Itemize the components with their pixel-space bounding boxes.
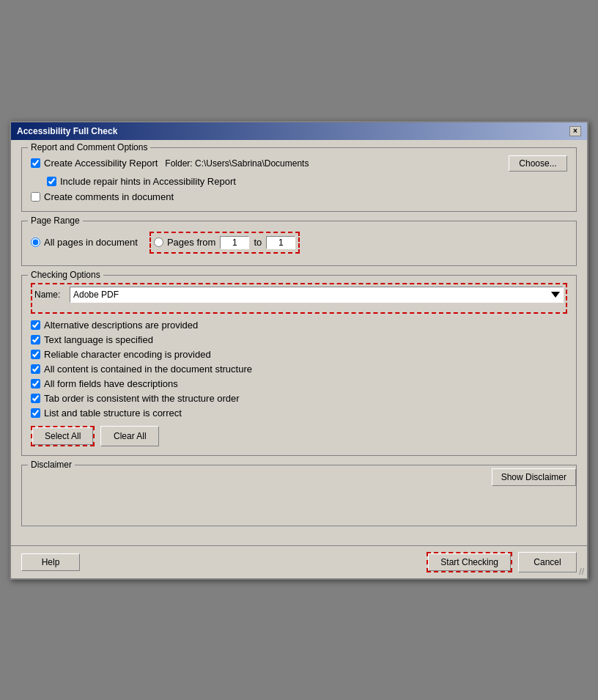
select-all-dashed: Select All	[31, 426, 95, 446]
check-text-lang[interactable]	[31, 335, 40, 345]
pages-from-text: Pages from	[167, 237, 215, 248]
include-hints-row: Include repair hints in Accessibility Re…	[47, 176, 567, 187]
check-text-lang-label: Text language is specified	[44, 334, 153, 345]
clear-all-button[interactable]: Clear All	[100, 426, 159, 446]
include-hints-checkbox-label[interactable]: Include repair hints in Accessibility Re…	[47, 176, 236, 187]
close-button[interactable]: ×	[569, 126, 581, 136]
pages-from-input[interactable]	[220, 236, 249, 249]
check-item-4[interactable]: All content is contained in the document…	[31, 364, 567, 375]
page-range-group: Page Range All pages in document Pages f…	[21, 221, 577, 266]
report-options-group: Report and Comment Options Create Access…	[21, 147, 577, 212]
disclaimer-label: Disclaimer	[28, 460, 75, 470]
create-report-checkbox-label[interactable]: Create Accessibility Report	[31, 158, 158, 169]
check-alt-desc[interactable]	[31, 320, 40, 330]
dialog-content: Report and Comment Options Create Access…	[11, 140, 587, 545]
disclaimer-group: Disclaimer Show Disclaimer	[21, 465, 577, 526]
check-content-struct-label: All content is contained in the document…	[44, 364, 252, 375]
check-tab-order[interactable]	[31, 394, 40, 403]
checking-options-group: Checking Options Name: Adobe PDF Alterna…	[21, 275, 577, 456]
bottom-buttons-bar: Help Start Checking Cancel	[11, 545, 587, 578]
pages-from-section: Pages from to	[150, 232, 300, 254]
folder-path: Folder: C:\Users\Sabrina\Documents	[165, 158, 309, 169]
checking-options-label: Checking Options	[28, 270, 103, 280]
title-bar: Accessibility Full Check ×	[11, 122, 587, 140]
checks-list: Alternative descriptions are provided Te…	[31, 320, 567, 419]
select-all-button[interactable]: Select All	[32, 427, 93, 445]
help-button[interactable]: Help	[21, 553, 80, 571]
pages-to-input[interactable]	[266, 236, 295, 249]
check-list-table-label: List and table structure is correct	[44, 408, 182, 419]
page-range-row: All pages in document Pages from to	[31, 229, 567, 257]
check-alt-desc-label: Alternative descriptions are provided	[44, 320, 198, 331]
report-options-label: Report and Comment Options	[28, 142, 150, 152]
include-hints-text: Include repair hints in Accessibility Re…	[60, 176, 236, 187]
create-comments-checkbox-label[interactable]: Create comments in document	[31, 191, 174, 202]
check-buttons-row: Select All Clear All	[31, 426, 567, 446]
resize-handle: //	[579, 567, 584, 577]
pages-from-radio[interactable]	[154, 237, 163, 247]
pages-to-text: to	[254, 237, 262, 248]
create-report-checkbox[interactable]	[31, 158, 40, 168]
choose-button[interactable]: Choose...	[509, 155, 567, 172]
create-comments-row: Create comments in document	[31, 191, 567, 202]
check-item-6[interactable]: Tab order is consistent with the structu…	[31, 393, 567, 404]
create-report-text: Create Accessibility Report	[44, 158, 158, 169]
check-item-5[interactable]: All form fields have descriptions	[31, 378, 567, 389]
create-comments-checkbox[interactable]	[31, 192, 40, 202]
name-select[interactable]: Adobe PDF	[70, 287, 564, 303]
check-item-3[interactable]: Reliable character encoding is provided	[31, 349, 567, 360]
start-checking-button[interactable]: Start Checking	[428, 553, 511, 571]
check-form-fields[interactable]	[31, 379, 40, 388]
check-item-2[interactable]: Text language is specified	[31, 334, 567, 345]
name-row-dashed: Name: Adobe PDF	[31, 283, 567, 314]
show-disclaimer-button[interactable]: Show Disclaimer	[492, 468, 576, 486]
all-pages-text: All pages in document	[44, 237, 138, 248]
disclaimer-content	[31, 473, 567, 517]
include-hints-checkbox[interactable]	[47, 177, 56, 186]
cancel-button[interactable]: Cancel	[518, 552, 577, 572]
all-pages-radio[interactable]	[31, 237, 40, 247]
dialog-title: Accessibility Full Check	[17, 126, 117, 136]
check-item-1[interactable]: Alternative descriptions are provided	[31, 320, 567, 331]
check-item-7[interactable]: List and table structure is correct	[31, 408, 567, 419]
name-row: Name: Adobe PDF	[34, 287, 564, 303]
create-comments-text: Create comments in document	[44, 191, 174, 202]
start-checking-dashed: Start Checking	[427, 552, 512, 572]
pages-from-radio-label[interactable]: Pages from	[154, 237, 215, 248]
check-tab-order-label: Tab order is consistent with the structu…	[44, 393, 240, 404]
page-range-label: Page Range	[28, 215, 83, 226]
name-label: Name:	[34, 290, 64, 300]
create-report-row: Create Accessibility Report Folder: C:\U…	[31, 155, 567, 172]
accessibility-full-check-dialog: Accessibility Full Check × Report and Co…	[10, 121, 588, 580]
check-char-encoding-label: Reliable character encoding is provided	[44, 349, 211, 360]
check-content-struct[interactable]	[31, 364, 40, 374]
all-pages-radio-label[interactable]: All pages in document	[31, 237, 138, 248]
check-list-table[interactable]	[31, 408, 40, 418]
check-char-encoding[interactable]	[31, 350, 40, 359]
check-form-fields-label: All form fields have descriptions	[44, 378, 178, 389]
bottom-right-buttons: Start Checking Cancel	[427, 552, 577, 572]
